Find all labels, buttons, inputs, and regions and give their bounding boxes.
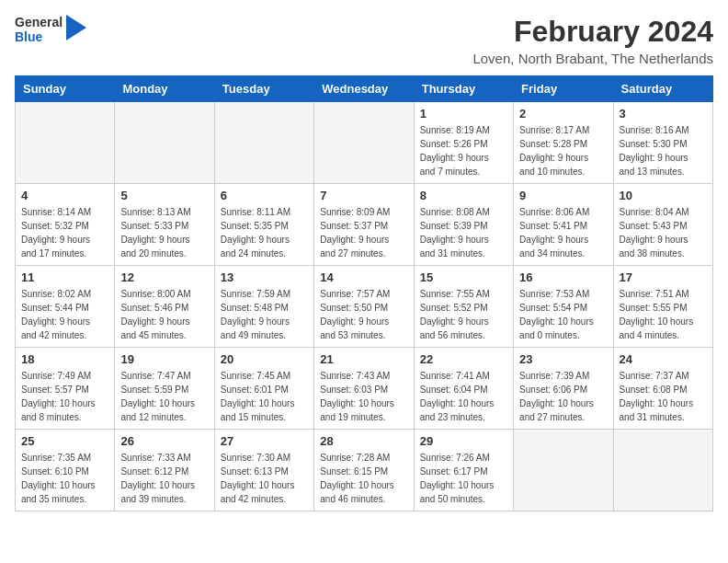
day-info: Sunrise: 8:08 AM Sunset: 5:39 PM Dayligh… bbox=[420, 205, 507, 260]
day-number: 9 bbox=[519, 189, 607, 202]
day-info: Sunrise: 8:16 AM Sunset: 5:30 PM Dayligh… bbox=[620, 123, 707, 178]
calendar-cell bbox=[16, 102, 115, 184]
calendar-week-row: 18Sunrise: 7:49 AM Sunset: 5:57 PM Dayli… bbox=[16, 348, 713, 430]
day-info: Sunrise: 7:35 AM Sunset: 6:10 PM Dayligh… bbox=[21, 451, 108, 506]
day-info: Sunrise: 7:39 AM Sunset: 6:06 PM Dayligh… bbox=[519, 369, 607, 424]
calendar-cell: 25Sunrise: 7:35 AM Sunset: 6:10 PM Dayli… bbox=[16, 430, 115, 511]
day-number: 13 bbox=[221, 270, 308, 284]
page-header: General Blue February 2024 Loven, North … bbox=[15, 15, 713, 66]
calendar-cell: 24Sunrise: 7:37 AM Sunset: 6:08 PM Dayli… bbox=[613, 348, 712, 430]
calendar-cell: 1Sunrise: 8:19 AM Sunset: 5:26 PM Daylig… bbox=[414, 102, 513, 184]
calendar-title: February 2024 bbox=[472, 15, 713, 49]
calendar-cell: 27Sunrise: 7:30 AM Sunset: 6:13 PM Dayli… bbox=[214, 430, 313, 511]
day-number: 19 bbox=[120, 352, 208, 366]
calendar-week-row: 11Sunrise: 8:02 AM Sunset: 5:44 PM Dayli… bbox=[16, 266, 713, 348]
day-info: Sunrise: 7:47 AM Sunset: 5:59 PM Dayligh… bbox=[120, 369, 208, 424]
day-info: Sunrise: 8:14 AM Sunset: 5:32 PM Dayligh… bbox=[21, 205, 108, 260]
calendar-week-row: 1Sunrise: 8:19 AM Sunset: 5:26 PM Daylig… bbox=[16, 102, 713, 184]
day-number: 20 bbox=[221, 352, 308, 366]
day-info: Sunrise: 8:11 AM Sunset: 5:35 PM Dayligh… bbox=[221, 205, 308, 260]
logo-blue: Blue bbox=[15, 29, 63, 44]
calendar-cell: 18Sunrise: 7:49 AM Sunset: 5:57 PM Dayli… bbox=[16, 348, 115, 430]
day-info: Sunrise: 7:26 AM Sunset: 6:17 PM Dayligh… bbox=[420, 451, 507, 506]
day-info: Sunrise: 8:17 AM Sunset: 5:28 PM Dayligh… bbox=[519, 123, 607, 178]
calendar-subtitle: Loven, North Brabant, The Netherlands bbox=[472, 51, 713, 66]
day-number: 1 bbox=[420, 107, 507, 121]
day-info: Sunrise: 7:57 AM Sunset: 5:50 PM Dayligh… bbox=[320, 287, 407, 342]
day-info: Sunrise: 7:55 AM Sunset: 5:52 PM Dayligh… bbox=[420, 287, 507, 342]
calendar-week-row: 4Sunrise: 8:14 AM Sunset: 5:32 PM Daylig… bbox=[16, 184, 713, 266]
day-info: Sunrise: 8:19 AM Sunset: 5:26 PM Dayligh… bbox=[420, 123, 507, 178]
calendar-cell: 22Sunrise: 7:41 AM Sunset: 6:04 PM Dayli… bbox=[414, 348, 513, 430]
day-info: Sunrise: 8:02 AM Sunset: 5:44 PM Dayligh… bbox=[21, 287, 108, 342]
day-number: 11 bbox=[21, 270, 108, 284]
day-number: 4 bbox=[21, 189, 108, 202]
day-info: Sunrise: 7:53 AM Sunset: 5:54 PM Dayligh… bbox=[519, 287, 607, 342]
day-number: 22 bbox=[420, 352, 507, 366]
column-header-wednesday: Wednesday bbox=[314, 76, 414, 102]
day-info: Sunrise: 7:43 AM Sunset: 6:03 PM Dayligh… bbox=[320, 369, 407, 424]
calendar-week-row: 25Sunrise: 7:35 AM Sunset: 6:10 PM Dayli… bbox=[16, 430, 713, 511]
calendar-cell: 29Sunrise: 7:26 AM Sunset: 6:17 PM Dayli… bbox=[414, 430, 513, 511]
column-header-friday: Friday bbox=[514, 76, 613, 102]
calendar-cell: 19Sunrise: 7:47 AM Sunset: 5:59 PM Dayli… bbox=[115, 348, 214, 430]
calendar-cell: 28Sunrise: 7:28 AM Sunset: 6:15 PM Dayli… bbox=[314, 430, 414, 511]
day-number: 25 bbox=[21, 434, 108, 448]
day-number: 26 bbox=[120, 434, 208, 448]
calendar-header-row: SundayMondayTuesdayWednesdayThursdayFrid… bbox=[16, 76, 713, 102]
logo-words: General Blue bbox=[15, 15, 63, 44]
day-info: Sunrise: 8:00 AM Sunset: 5:46 PM Dayligh… bbox=[120, 287, 208, 342]
day-number: 15 bbox=[420, 270, 507, 284]
logo-text-block: General Blue bbox=[15, 15, 86, 44]
column-header-thursday: Thursday bbox=[414, 76, 513, 102]
day-number: 29 bbox=[420, 434, 507, 448]
column-header-monday: Monday bbox=[115, 76, 214, 102]
logo-arrow-icon bbox=[66, 15, 86, 44]
day-number: 3 bbox=[620, 107, 707, 121]
day-info: Sunrise: 7:30 AM Sunset: 6:13 PM Dayligh… bbox=[221, 451, 308, 506]
column-header-sunday: Sunday bbox=[16, 76, 115, 102]
day-number: 23 bbox=[519, 352, 607, 366]
calendar-cell bbox=[514, 430, 613, 511]
calendar-cell: 11Sunrise: 8:02 AM Sunset: 5:44 PM Dayli… bbox=[16, 266, 115, 348]
day-number: 28 bbox=[320, 434, 407, 448]
day-number: 21 bbox=[320, 352, 407, 366]
day-number: 12 bbox=[120, 270, 208, 284]
svg-marker-0 bbox=[66, 15, 86, 40]
calendar-cell: 3Sunrise: 8:16 AM Sunset: 5:30 PM Daylig… bbox=[613, 102, 712, 184]
calendar-cell: 9Sunrise: 8:06 AM Sunset: 5:41 PM Daylig… bbox=[514, 184, 613, 266]
day-number: 18 bbox=[21, 352, 108, 366]
day-info: Sunrise: 7:51 AM Sunset: 5:55 PM Dayligh… bbox=[620, 287, 707, 342]
day-info: Sunrise: 7:28 AM Sunset: 6:15 PM Dayligh… bbox=[320, 451, 407, 506]
calendar-cell: 15Sunrise: 7:55 AM Sunset: 5:52 PM Dayli… bbox=[414, 266, 513, 348]
column-header-tuesday: Tuesday bbox=[214, 76, 313, 102]
day-number: 24 bbox=[620, 352, 707, 366]
calendar-cell bbox=[314, 102, 414, 184]
logo: General Blue bbox=[15, 15, 86, 44]
column-header-saturday: Saturday bbox=[613, 76, 712, 102]
calendar-cell: 5Sunrise: 8:13 AM Sunset: 5:33 PM Daylig… bbox=[115, 184, 214, 266]
day-info: Sunrise: 8:09 AM Sunset: 5:37 PM Dayligh… bbox=[320, 205, 407, 260]
calendar-cell: 10Sunrise: 8:04 AM Sunset: 5:43 PM Dayli… bbox=[613, 184, 712, 266]
calendar-cell: 20Sunrise: 7:45 AM Sunset: 6:01 PM Dayli… bbox=[214, 348, 313, 430]
title-section: February 2024 Loven, North Brabant, The … bbox=[472, 15, 713, 66]
calendar-cell: 8Sunrise: 8:08 AM Sunset: 5:39 PM Daylig… bbox=[414, 184, 513, 266]
day-number: 6 bbox=[221, 189, 308, 202]
calendar-cell: 14Sunrise: 7:57 AM Sunset: 5:50 PM Dayli… bbox=[314, 266, 414, 348]
calendar-cell: 16Sunrise: 7:53 AM Sunset: 5:54 PM Dayli… bbox=[514, 266, 613, 348]
calendar-cell: 17Sunrise: 7:51 AM Sunset: 5:55 PM Dayli… bbox=[613, 266, 712, 348]
day-info: Sunrise: 8:04 AM Sunset: 5:43 PM Dayligh… bbox=[620, 205, 707, 260]
day-number: 8 bbox=[420, 189, 507, 202]
calendar-cell bbox=[613, 430, 712, 511]
day-number: 2 bbox=[519, 107, 607, 121]
day-info: Sunrise: 8:13 AM Sunset: 5:33 PM Dayligh… bbox=[120, 205, 208, 260]
day-number: 10 bbox=[620, 189, 707, 202]
day-number: 7 bbox=[320, 189, 407, 202]
calendar-cell bbox=[115, 102, 214, 184]
day-number: 14 bbox=[320, 270, 407, 284]
calendar-cell: 6Sunrise: 8:11 AM Sunset: 5:35 PM Daylig… bbox=[214, 184, 313, 266]
day-info: Sunrise: 7:41 AM Sunset: 6:04 PM Dayligh… bbox=[420, 369, 507, 424]
calendar-cell: 12Sunrise: 8:00 AM Sunset: 5:46 PM Dayli… bbox=[115, 266, 214, 348]
calendar-cell: 21Sunrise: 7:43 AM Sunset: 6:03 PM Dayli… bbox=[314, 348, 414, 430]
calendar-cell: 13Sunrise: 7:59 AM Sunset: 5:48 PM Dayli… bbox=[214, 266, 313, 348]
